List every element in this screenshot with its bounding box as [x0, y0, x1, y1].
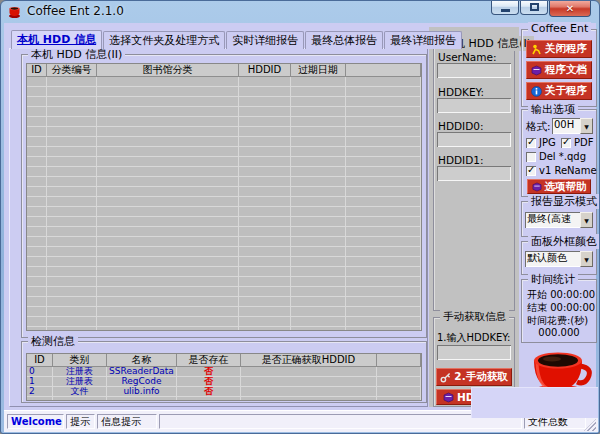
- title-bar[interactable]: Coffee Ent 2.1.0 ✕: [1, 1, 599, 23]
- chevron-down-icon[interactable]: ▼: [580, 118, 593, 134]
- table-row[interactable]: [27, 147, 421, 157]
- tab-final-summary-report[interactable]: 最终总体报告: [305, 31, 383, 49]
- tab-local-hdd-info[interactable]: 本机 HDD 信息: [11, 30, 102, 49]
- cell-blank: [97, 107, 239, 117]
- table-row[interactable]: [27, 327, 421, 331]
- cell-blank: [97, 137, 239, 147]
- column-header-expire[interactable]: 过期日期: [291, 64, 346, 77]
- hddid1-field[interactable]: [437, 166, 511, 181]
- cell-blank: [47, 77, 97, 87]
- cell-blank: [97, 307, 239, 317]
- detect-info-table[interactable]: ID 类别 名称 是否存在 是否正确获取HDDID 0 注册表 SSReader…: [26, 353, 422, 401]
- manual-hddkey-field[interactable]: [437, 345, 511, 360]
- panel-color-dropdown[interactable]: 默认颜色 ▼: [525, 251, 593, 267]
- cell-blank: [47, 307, 97, 317]
- table-row[interactable]: [27, 87, 421, 97]
- table-row[interactable]: [27, 177, 421, 187]
- info-icon: [531, 86, 542, 97]
- start-label: 开始: [527, 289, 547, 300]
- close-button[interactable]: ✕: [549, 0, 591, 17]
- column-header-hddid[interactable]: HDDID: [239, 64, 291, 77]
- table-row[interactable]: 0 注册表 SSReaderData 否: [27, 367, 421, 377]
- cell-blank: [346, 277, 421, 287]
- hddid0-field[interactable]: [437, 132, 511, 147]
- cell-id: 1: [27, 377, 53, 387]
- table-row[interactable]: [27, 167, 421, 177]
- jpg-checkbox[interactable]: JPG: [526, 137, 556, 148]
- table-row[interactable]: [27, 127, 421, 137]
- hddkey-field[interactable]: [437, 98, 511, 113]
- table-row[interactable]: [27, 237, 421, 247]
- cell-blank: [291, 237, 346, 247]
- table-row[interactable]: [27, 137, 421, 147]
- cell-blank: [27, 297, 47, 307]
- checkbox-icon: [526, 166, 536, 176]
- cell-blank: [346, 167, 421, 177]
- cell-blank: [239, 117, 291, 127]
- table-row[interactable]: [27, 317, 421, 327]
- cell-blank: [346, 147, 421, 157]
- maximize-button[interactable]: [520, 0, 548, 15]
- table-row[interactable]: [27, 227, 421, 237]
- column-header-name[interactable]: 名称: [107, 354, 177, 367]
- column-header-library[interactable]: 图书馆分类: [97, 64, 239, 77]
- v1-rename-checkbox[interactable]: v1 ReName: [526, 165, 597, 176]
- tab-folder-mode[interactable]: 选择文件夹及处理方式: [103, 31, 225, 49]
- options-help-button[interactable]: 选项帮助: [527, 179, 591, 194]
- table-row[interactable]: [27, 307, 421, 317]
- table-row[interactable]: [27, 277, 421, 287]
- chevron-down-icon[interactable]: ▼: [580, 251, 593, 267]
- minimize-button[interactable]: [491, 0, 519, 15]
- column-header-code[interactable]: 分类编号: [47, 64, 97, 77]
- table-row[interactable]: 1 注册表 RegCode 否: [27, 377, 421, 387]
- table-row[interactable]: [27, 217, 421, 227]
- table-row[interactable]: [27, 397, 421, 401]
- table-row[interactable]: [27, 157, 421, 167]
- document-icon: [443, 392, 454, 403]
- window-title: Coffee Ent 2.1.0: [27, 4, 124, 18]
- about-program-button[interactable]: 关于程序: [526, 82, 592, 100]
- column-header-id[interactable]: ID: [27, 354, 53, 367]
- cell-blank: [346, 257, 421, 267]
- pdf-checkbox[interactable]: PDF: [561, 137, 593, 148]
- table-row[interactable]: [27, 97, 421, 107]
- column-header-type[interactable]: 类别: [53, 354, 107, 367]
- table-row[interactable]: [27, 247, 421, 257]
- table-row[interactable]: 2 文件 ulib.info 否: [27, 387, 421, 397]
- hdd-info2-table[interactable]: ID 分类编号 图书馆分类 HDDID 过期日期: [26, 63, 422, 331]
- table-row[interactable]: [27, 77, 421, 87]
- username-field[interactable]: [437, 63, 511, 78]
- cell-blank: [97, 317, 239, 327]
- table-row[interactable]: [27, 257, 421, 267]
- close-program-button[interactable]: 关闭程序: [526, 40, 592, 58]
- table-row[interactable]: [27, 117, 421, 127]
- program-doc-button[interactable]: 程序文档: [526, 61, 592, 79]
- cell-blank: [27, 237, 47, 247]
- report-mode-value: 最终(高速: [525, 212, 580, 228]
- table-row[interactable]: [27, 297, 421, 307]
- chevron-down-icon[interactable]: ▼: [580, 212, 593, 228]
- cell-blank: [27, 287, 47, 297]
- table-row[interactable]: [27, 197, 421, 207]
- cell-blank: [97, 167, 239, 177]
- tab-realtime-report[interactable]: 实时详细报告: [226, 31, 304, 49]
- del-qdg-checkbox[interactable]: Del *.qdg: [526, 151, 586, 162]
- table-row[interactable]: [27, 287, 421, 297]
- cell-blank: [27, 97, 47, 107]
- cell-blank: [239, 177, 291, 187]
- manual-get-button[interactable]: 2.手动获取: [436, 368, 512, 386]
- table-row[interactable]: [27, 267, 421, 277]
- report-mode-dropdown[interactable]: 最终(高速 ▼: [525, 212, 593, 228]
- cell-blank: [27, 317, 47, 327]
- table-row[interactable]: [27, 207, 421, 217]
- column-header-correct[interactable]: 是否正确获取HDDID: [241, 354, 377, 367]
- column-header-exist[interactable]: 是否存在: [177, 354, 241, 367]
- cell-blank: [27, 147, 47, 157]
- table-row[interactable]: [27, 107, 421, 117]
- report-mode-title: 报告显示模式: [528, 194, 600, 209]
- format-dropdown[interactable]: 00H ▼: [552, 118, 593, 134]
- username-label: UserName:: [438, 51, 496, 63]
- table-row[interactable]: [27, 187, 421, 197]
- column-header-id[interactable]: ID: [27, 64, 47, 77]
- tab-final-detail-report[interactable]: 最终详细报告: [384, 31, 462, 49]
